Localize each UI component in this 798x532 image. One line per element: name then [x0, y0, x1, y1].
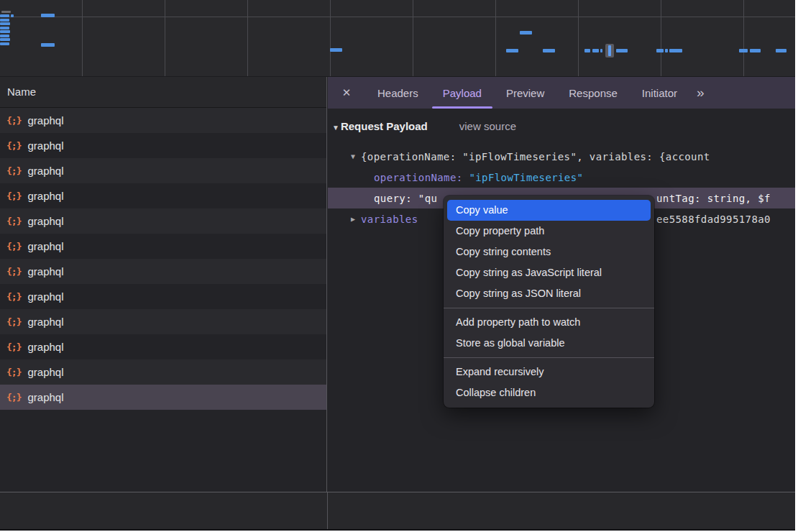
triangle-collapsed-icon[interactable]: ▶	[351, 215, 355, 223]
request-timeline-bar	[616, 49, 628, 52]
devtools-window: Name {;}graphql{;}graphql{;}graphql{;}gr…	[0, 0, 795, 531]
request-timeline-bar	[739, 49, 748, 52]
tab-payload[interactable]: Payload	[431, 77, 494, 109]
timeline-gridline	[330, 0, 331, 76]
request-timeline-bar	[0, 27, 9, 29]
request-timeline-bar	[0, 35, 9, 37]
status-bar	[0, 492, 795, 531]
more-tabs-button[interactable]: »	[697, 77, 705, 109]
json-braces-icon: {;}	[6, 140, 21, 151]
request-timeline-bar	[750, 49, 761, 52]
request-timeline-bar	[506, 49, 518, 52]
json-braces-icon: {;}	[6, 216, 21, 226]
json-braces-icon: {;}	[6, 191, 21, 201]
request-row[interactable]: {;}graphql	[0, 234, 326, 259]
json-braces-icon: {;}	[6, 115, 21, 126]
network-overview-timeline[interactable]	[0, 0, 795, 77]
json-text-fragment: untTag: string, $f	[656, 188, 771, 208]
menu-item-expand-recursively[interactable]: Expand recursively	[444, 362, 654, 382]
timeline-selection-marker-bar	[608, 45, 611, 56]
timeline-gridline	[661, 0, 661, 76]
menu-item-copy-value[interactable]: Copy value	[447, 200, 651, 221]
json-braces-icon: {;}	[6, 266, 21, 277]
tab-headers[interactable]: Headers	[365, 77, 431, 109]
payload-tree-row[interactable]: operationName: "ipFlowTimeseries"	[328, 167, 795, 188]
json-braces-icon: {;}	[6, 341, 21, 352]
menu-item-copy-string-as-javascript-literal[interactable]: Copy string as JavaScript literal	[444, 262, 654, 283]
request-timeline-bar	[776, 49, 786, 52]
menu-item-store-as-global-variable[interactable]: Store as global variable	[444, 333, 654, 354]
request-row[interactable]: {;}graphql	[0, 108, 326, 133]
request-name-label: graphql	[27, 240, 63, 252]
request-timeline-bar	[0, 19, 9, 22]
request-row[interactable]: {;}graphql	[0, 158, 326, 183]
request-row[interactable]: {;}graphql	[0, 259, 326, 284]
request-timeline-bar	[543, 49, 555, 52]
request-name-label: graphql	[27, 341, 63, 353]
close-details-button[interactable]: ✕	[328, 77, 365, 109]
name-column-header[interactable]: Name	[0, 77, 326, 108]
json-plain-text: {operationName: "ipFlowTimeseries", vari…	[361, 151, 710, 162]
chevron-double-right-icon: »	[697, 85, 705, 101]
request-timeline-bar	[656, 49, 664, 52]
details-tabs: HeadersPayloadPreviewResponseInitiator	[365, 77, 689, 109]
request-row[interactable]: {;}graphql	[0, 359, 326, 385]
request-name-label: graphql	[27, 215, 63, 227]
menu-item-add-property-path-to-watch[interactable]: Add property path to watch	[444, 312, 654, 333]
view-source-link[interactable]: view source	[459, 120, 516, 132]
name-column-label: Name	[7, 86, 36, 98]
request-timeline-bar	[41, 14, 55, 17]
request-timeline-bar	[0, 30, 10, 33]
request-name-label: graphql	[27, 114, 63, 127]
context-menu-group: Copy valueCopy property pathCopy string …	[444, 200, 654, 304]
request-row[interactable]: {;}graphql	[0, 309, 326, 334]
pane-divider[interactable]	[327, 492, 328, 529]
request-row[interactable]: {;}graphql	[0, 284, 326, 309]
request-name-label: graphql	[27, 165, 63, 177]
json-braces-icon: {;}	[6, 367, 21, 377]
request-name-label: graphql	[27, 190, 63, 202]
json-braces-icon: {;}	[6, 291, 21, 302]
close-icon: ✕	[342, 86, 352, 99]
request-list-pane: Name {;}graphql{;}graphql{;}graphql{;}gr…	[0, 77, 327, 492]
timeline-gridline	[413, 0, 413, 76]
json-braces-icon: {;}	[6, 316, 21, 327]
request-row[interactable]: {;}graphql	[0, 334, 326, 359]
request-timeline-bar	[41, 43, 55, 47]
request-row[interactable]: {;}graphql	[0, 183, 326, 208]
context-menu-group: Add property path to watchStore as globa…	[444, 308, 654, 354]
section-collapse-triangle-icon[interactable]: ▼	[332, 124, 339, 132]
tab-preview[interactable]: Preview	[494, 77, 556, 109]
triangle-expanded-icon[interactable]: ▼	[351, 152, 355, 160]
details-tabbar: ✕ HeadersPayloadPreviewResponseInitiator…	[328, 77, 795, 109]
menu-item-copy-string-as-json-literal[interactable]: Copy string as JSON literal	[444, 283, 654, 304]
json-braces-icon: {;}	[6, 392, 21, 403]
request-timeline-bar	[0, 38, 10, 41]
json-braces-icon: {;}	[6, 241, 21, 252]
request-timeline-bar	[665, 49, 668, 52]
request-name-label: graphql	[27, 391, 63, 403]
request-list: {;}graphql{;}graphql{;}graphql{;}graphql…	[0, 108, 326, 410]
network-panel-body: Name {;}graphql{;}graphql{;}graphql{;}gr…	[0, 77, 795, 492]
request-timeline-bar	[669, 49, 682, 52]
tab-initiator[interactable]: Initiator	[630, 77, 689, 109]
request-timeline-bar	[11, 14, 14, 17]
menu-item-copy-string-contents[interactable]: Copy string contents	[444, 242, 654, 262]
timeline-gridline	[743, 0, 744, 76]
tab-response[interactable]: Response	[556, 77, 630, 109]
request-row[interactable]: {;}graphql	[0, 385, 326, 410]
payload-tree-row[interactable]: ▼{operationName: "ipFlowTimeseries", var…	[328, 146, 795, 167]
json-braces-icon: {;}	[6, 165, 21, 176]
json-key-text: operationName:	[374, 172, 469, 183]
request-timeline-bar	[330, 48, 342, 52]
menu-item-collapse-children[interactable]: Collapse children	[444, 382, 654, 403]
request-name-label: graphql	[27, 265, 63, 278]
request-row[interactable]: {;}graphql	[0, 133, 326, 158]
menu-item-copy-property-path[interactable]: Copy property path	[444, 221, 654, 242]
request-row[interactable]: {;}graphql	[0, 208, 326, 234]
request-timeline-bar	[0, 42, 9, 45]
request-name-label: graphql	[27, 316, 63, 328]
request-name-label: graphql	[27, 290, 63, 303]
request-timeline-bar	[0, 14, 9, 17]
timeline-gridline	[82, 0, 83, 76]
